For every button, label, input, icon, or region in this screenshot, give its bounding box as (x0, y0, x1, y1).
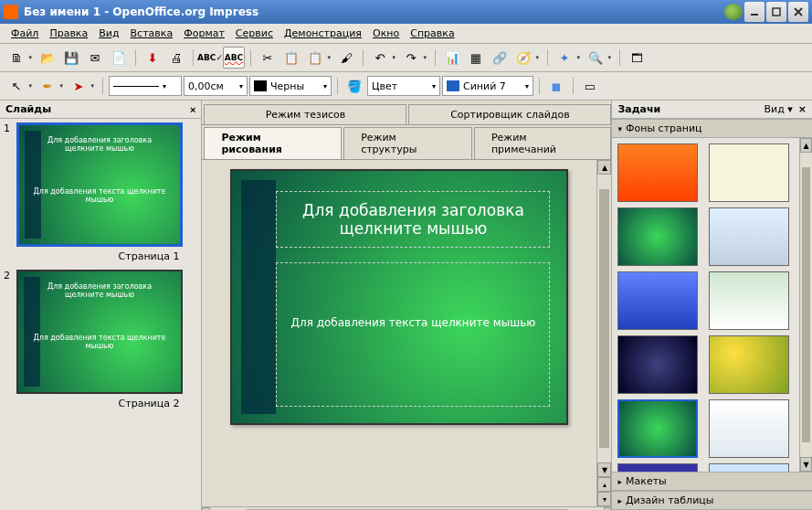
background-thumbnail[interactable] (617, 399, 698, 458)
save-button[interactable]: 💾 (60, 47, 82, 69)
linecolor-value: Черны (270, 80, 304, 92)
spellcheck-button[interactable]: ABC✓ (199, 47, 221, 69)
tab-Режим примечаний[interactable]: Режим примечаний (474, 127, 612, 159)
close-button[interactable] (788, 2, 808, 22)
minimize-button[interactable] (744, 2, 765, 22)
menu-edit[interactable]: Правка (44, 26, 93, 41)
menu-window[interactable]: Окно (367, 26, 405, 41)
linecolor-select[interactable]: Черны▾ (249, 76, 332, 96)
open-button[interactable]: 📂 (37, 47, 58, 69)
background-thumbnail[interactable] (617, 463, 698, 472)
background-thumbnail[interactable] (617, 271, 698, 330)
scroll-thumb[interactable] (599, 189, 609, 448)
hyperlink-button[interactable]: 🔗 (489, 47, 511, 69)
menu-insert[interactable]: Вставка (125, 26, 179, 41)
new-button[interactable]: 🗎 (5, 47, 27, 69)
background-thumbnail[interactable] (617, 335, 698, 394)
background-thumbnail[interactable] (709, 143, 789, 202)
abc-check-icon: ABC✓ (197, 54, 223, 62)
menu-format[interactable]: Формат (178, 26, 230, 41)
navigator-button[interactable]: 🧭 (512, 47, 534, 69)
slide-number: 2 (4, 270, 13, 394)
magnifier-icon: 🔍 (588, 52, 603, 64)
fillcolor-select[interactable]: Синий 7▾ (442, 76, 533, 96)
color-black-swatch (254, 80, 267, 91)
menu-help[interactable]: Справка (405, 26, 459, 41)
view-tabs: Режим рисованияРежим структурыРежим прим… (202, 125, 611, 160)
slides-close-button[interactable]: × (190, 104, 195, 115)
table-button[interactable]: ▦ (465, 47, 487, 69)
linestyle-select[interactable]: ▾ (109, 76, 182, 96)
slide-thumbnail[interactable]: Для добавления заголовка щелкните мышью … (16, 122, 183, 247)
linewidth-select[interactable]: 0,00см▾ (184, 76, 248, 96)
arrowend-button[interactable]: ➤ (68, 75, 90, 97)
next-slide-button[interactable]: ▾ (597, 492, 611, 506)
tab-sorter[interactable]: Сортировщик слайдов (408, 104, 611, 124)
arrow-select-button[interactable]: ↖ (5, 75, 27, 97)
section-backgrounds[interactable]: Фоны страниц (612, 119, 812, 138)
scroll-down-button[interactable]: ▼ (597, 462, 611, 477)
fill-button[interactable]: 🪣 (343, 75, 365, 97)
edit-doc-button[interactable]: 📄 (108, 47, 130, 69)
floppy-icon: 💾 (64, 52, 79, 64)
presentation-button[interactable]: ▭ (579, 75, 601, 97)
gallery-button[interactable]: 🗔 (626, 47, 648, 69)
background-thumbnail[interactable] (617, 143, 698, 202)
abc-red-icon: ABC (225, 54, 243, 62)
tab-Режим рисования[interactable]: Режим рисования (204, 127, 342, 159)
filltype-select[interactable]: Цвет▾ (367, 76, 440, 96)
tab-Режим структуры[interactable]: Режим структуры (343, 127, 472, 159)
scroll-up-button[interactable]: ▲ (597, 160, 611, 175)
background-thumbnail[interactable] (617, 207, 698, 266)
email-button[interactable]: ✉ (84, 47, 106, 69)
bg-vscroll[interactable]: ▲ ▼ (799, 138, 812, 472)
undo-button[interactable]: ↶ (369, 47, 391, 69)
menu-view[interactable]: Вид (93, 26, 124, 41)
slide-thumbnail[interactable]: Для добавления заголовка щелкните мышью … (16, 270, 183, 394)
scissors-icon: ✂ (263, 52, 273, 64)
background-thumbnail[interactable] (709, 399, 789, 458)
formatbrush-button[interactable]: 🖌 (335, 47, 357, 69)
cut-button[interactable]: ✂ (257, 47, 279, 69)
pdf-button[interactable]: ⬇ (142, 47, 163, 69)
title-placeholder[interactable]: Для добавления заголовка щелкните мышью (276, 191, 550, 248)
bg-scroll-down[interactable]: ▼ (800, 457, 812, 472)
tasks-view-menu[interactable]: Вид ▾ (764, 103, 792, 115)
content-placeholder[interactable]: Для добавления текста щелкните мышью (276, 262, 550, 407)
redo-button[interactable]: ↷ (400, 47, 422, 69)
menu-slideshow[interactable]: Демонстрация (279, 26, 367, 41)
window-icon: 🗔 (631, 52, 643, 64)
canvas-vscroll[interactable]: ▲ ▼ ▴ ▾ (596, 160, 611, 506)
paste-button[interactable]: 📋 (304, 47, 326, 69)
prev-slide-button[interactable]: ▴ (597, 477, 611, 492)
background-thumbnail[interactable] (709, 335, 789, 394)
tasks-close-button[interactable]: × (798, 103, 807, 115)
background-grid (612, 138, 799, 472)
menu-tools[interactable]: Сервис (230, 26, 279, 41)
background-thumbnail[interactable] (709, 207, 789, 266)
brush-icon: 🖌 (341, 52, 353, 64)
menubar: Файл Правка Вид Вставка Формат Сервис Де… (0, 24, 812, 44)
print-button[interactable]: 🖨 (165, 47, 187, 69)
color-blue-swatch (447, 80, 459, 91)
section-layouts[interactable]: Макеты (612, 472, 812, 491)
effects-button[interactable]: ✦ (554, 47, 575, 69)
shadow-button[interactable]: ◼ (545, 75, 567, 97)
chart-button[interactable]: 📊 (441, 47, 463, 69)
bg-scroll-up[interactable]: ▲ (800, 138, 812, 153)
background-thumbnail[interactable] (709, 271, 789, 330)
pdf-icon: ⬇ (148, 52, 158, 64)
tab-handout[interactable]: Режим тезисов (204, 104, 406, 124)
slide-number: 1 (4, 122, 13, 247)
zoom-button[interactable]: 🔍 (585, 47, 606, 69)
slide-canvas[interactable]: Для добавления заголовка щелкните мышью … (202, 160, 596, 506)
copy-button[interactable]: 📋 (280, 47, 302, 69)
maximize-button[interactable] (766, 2, 786, 22)
clipboard-icon: 📋 (308, 52, 322, 64)
autospell-button[interactable]: ABC (223, 47, 245, 69)
section-tabledesign[interactable]: Дизайн таблицы (612, 491, 812, 510)
menu-file[interactable]: Файл (5, 26, 44, 41)
line-button[interactable]: ✒ (37, 75, 58, 97)
background-thumbnail[interactable] (709, 463, 789, 472)
fillcolor-value: Синий 7 (463, 80, 506, 92)
